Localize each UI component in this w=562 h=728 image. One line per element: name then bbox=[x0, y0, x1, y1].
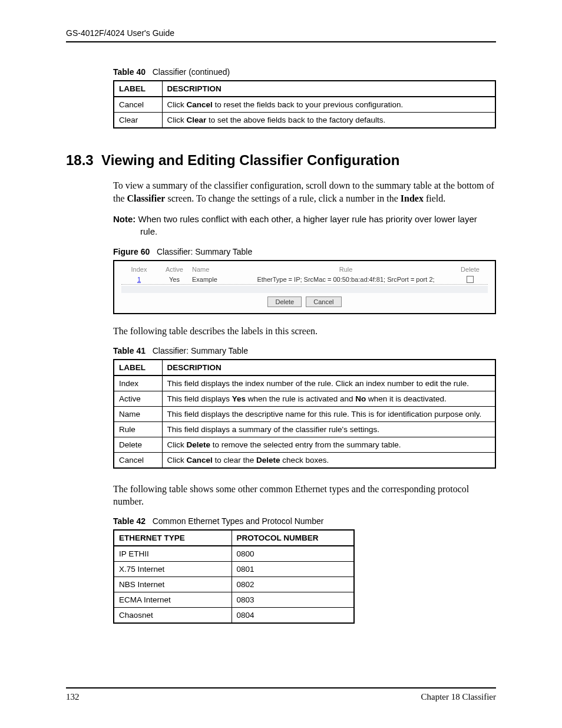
table40-r0-label: Cancel bbox=[114, 97, 162, 113]
table40-col-label: LABEL bbox=[114, 81, 162, 97]
figure60-caption-text: Classifier: Summary Table bbox=[157, 247, 252, 256]
table42-col-type: ETHERNET TYPE bbox=[114, 530, 232, 546]
figure60-active-cell: Yes bbox=[157, 276, 192, 283]
section-note: Note: When two rules conflict with each … bbox=[113, 213, 496, 238]
table-row: Cancel Click Cancel to reset the fields … bbox=[114, 97, 495, 113]
section-para1: To view a summary of the classifier conf… bbox=[113, 179, 496, 205]
figure60-col-rule: Rule bbox=[239, 266, 452, 273]
table-row: Chaosnet0804 bbox=[114, 608, 354, 624]
footer: 132 Chapter 18 Classifier bbox=[66, 687, 496, 702]
figure60-col-active: Active bbox=[157, 266, 192, 273]
table40-r1-label: Clear bbox=[114, 113, 162, 129]
running-head: GS-4012F/4024 User's Guide bbox=[66, 28, 496, 42]
figure60-index-link[interactable]: 1 bbox=[137, 276, 141, 283]
table40-col-desc: DESCRIPTION bbox=[162, 81, 495, 97]
para-before-table42: The following table shows some other com… bbox=[113, 483, 496, 508]
table40-caption-label: Table 40 bbox=[113, 67, 146, 77]
table40: LABEL DESCRIPTION Cancel Click Cancel to… bbox=[113, 80, 496, 129]
figure60-index-cell: 1 bbox=[121, 276, 157, 283]
figure60-delete-checkbox[interactable] bbox=[467, 276, 474, 283]
table-row: IP ETHII0800 bbox=[114, 546, 354, 562]
table-row: Active This field displays Yes when the … bbox=[114, 391, 495, 406]
figure60-cancel-button[interactable]: Cancel bbox=[306, 297, 341, 307]
section-number: 18.3 bbox=[66, 152, 94, 168]
table41-col-label: LABEL bbox=[114, 360, 162, 375]
figure60-name-cell: Example bbox=[192, 276, 239, 283]
figure60-data-row: 1 Yes Example EtherType = IP; SrcMac = 0… bbox=[121, 274, 488, 285]
table40-r0-desc: Click Cancel to reset the fields back to… bbox=[162, 97, 495, 113]
para-after-figure: The following table describes the labels… bbox=[113, 325, 496, 338]
figure60-col-index: Index bbox=[121, 266, 157, 273]
table-row: X.75 Internet0801 bbox=[114, 562, 354, 577]
section-heading: 18.3 Viewing and Editing Classifier Conf… bbox=[66, 152, 496, 169]
table42: ETHERNET TYPE PROTOCOL NUMBER IP ETHII08… bbox=[113, 529, 355, 624]
figure60-delete-button[interactable]: Delete bbox=[267, 297, 302, 307]
table41-caption: Table 41 Classifier: Summary Table bbox=[113, 346, 496, 355]
table40-caption-text: Classifier (continued) bbox=[153, 67, 230, 77]
table42-caption-text: Common Ethernet Types and Protocol Numbe… bbox=[153, 516, 324, 526]
figure60-frame: Index Active Name Rule Delete 1 Yes Exam… bbox=[113, 260, 496, 314]
footer-chapter: Chapter 18 Classifier bbox=[421, 692, 496, 702]
table41-caption-text: Classifier: Summary Table bbox=[153, 346, 248, 355]
table42-caption: Table 42 Common Ethernet Types and Proto… bbox=[113, 516, 496, 526]
note-text: When two rules conflict with each other,… bbox=[135, 214, 477, 236]
note-label: Note: bbox=[113, 214, 135, 224]
table-row: Delete Click Delete to remove the select… bbox=[114, 437, 495, 452]
figure60-caption-label: Figure 60 bbox=[113, 247, 150, 256]
table40-r1-desc: Click Clear to set the above fields back… bbox=[162, 113, 495, 129]
table41-caption-label: Table 41 bbox=[113, 346, 146, 355]
table-row: NBS Internet0802 bbox=[114, 577, 354, 592]
table-row: ECMA Internet0803 bbox=[114, 592, 354, 608]
figure60-col-name: Name bbox=[192, 266, 239, 273]
figure60-header-row: Index Active Name Rule Delete bbox=[121, 265, 488, 274]
figure60-caption: Figure 60 Classifier: Summary Table bbox=[113, 247, 496, 256]
table42-caption-label: Table 42 bbox=[113, 516, 146, 526]
table-row: Cancel Click Cancel to clear the Delete … bbox=[114, 452, 495, 468]
footer-page: 132 bbox=[66, 692, 80, 702]
section-title: Viewing and Editing Classifier Configura… bbox=[101, 152, 399, 168]
table-row: Clear Click Clear to set the above field… bbox=[114, 113, 495, 129]
table-row: Index This field displays the index numb… bbox=[114, 375, 495, 391]
table41: LABEL DESCRIPTION Index This field displ… bbox=[113, 359, 496, 469]
figure60-delete-cell bbox=[452, 275, 488, 283]
figure60-rule-cell: EtherType = IP; SrcMac = 00:50:ba:ad:4f:… bbox=[239, 276, 452, 283]
table40-caption: Table 40 Classifier (continued) bbox=[113, 67, 496, 77]
table42-col-proto: PROTOCOL NUMBER bbox=[232, 530, 354, 546]
figure60-col-delete: Delete bbox=[452, 266, 488, 273]
table-row: Rule This field displays a summary of th… bbox=[114, 421, 495, 437]
table-row: Name This field displays the descriptive… bbox=[114, 406, 495, 421]
table41-col-desc: DESCRIPTION bbox=[162, 360, 495, 375]
figure60-blank-row bbox=[121, 286, 488, 293]
figure60-buttons: Delete Cancel bbox=[121, 297, 488, 307]
